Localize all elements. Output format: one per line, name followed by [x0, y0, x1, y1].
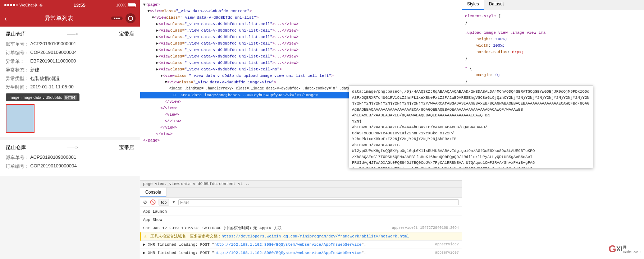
back-button[interactable]: ‹ [4, 14, 7, 23]
css-prop-height: height: 100%; [465, 36, 641, 42]
route-arrow-icon: ——> [67, 32, 78, 37]
filter-input[interactable] [178, 199, 459, 205]
field-exception-no: 异常单： EBP20190111000000 [6, 58, 134, 65]
msg-xhr-2: appservice? ▶ XHR finished loading: POST… [140, 249, 462, 257]
console-toolbar: ⊘ 🚫 top ▼ [140, 198, 462, 207]
wifi-icon: 令 [39, 3, 43, 8]
value-time: 2019-01-11 11:05:00 [30, 84, 74, 91]
image-size-badge: 64*64 [64, 95, 77, 100]
label-exception: 异常单： [6, 58, 30, 65]
level-dropdown[interactable]: top [159, 199, 169, 205]
status-left: WeChat令 令 [4, 3, 43, 8]
label-time: 发生时间： [6, 84, 30, 91]
order-card-2: 昆山仓库 ——> 宝带店 派车单号： ACP20190109000001 订单编… [0, 140, 140, 176]
image-tooltip: image. image.data-v-d9d8bfdc 64*64 [6, 93, 79, 101]
route-row-1: 昆山仓库 ——> 宝带店 [6, 31, 134, 37]
time-display: 13:55 [74, 3, 86, 8]
css-close-upload: } [465, 55, 641, 62]
field-dispatch-no: 派车单号： ACP20190109000001 [6, 41, 134, 47]
css-rule-upload: .upload-image-view .image-view ima heigh… [465, 29, 641, 62]
html-line-cell-6: ▶ <view class="_view data-v-d9d8bfdc uni… [140, 53, 462, 60]
label-order: 订单编号： [6, 50, 30, 56]
devtools-top: ▼ <page> ▼ <view class="_view data-v-d9d… [140, 0, 462, 187]
from-location-1: 昆山仓库 [6, 31, 26, 37]
nav-bar: ‹ 异常单列表 [0, 10, 140, 27]
more-button[interactable] [111, 17, 123, 20]
tab-console[interactable]: Console [140, 188, 166, 197]
status-right: 100% [116, 3, 136, 7]
console-clear-icon[interactable]: 🚫 [150, 199, 156, 205]
label-status: 异常状态： [6, 67, 30, 73]
value-dispatch-2: ACP20190109000001 [30, 154, 76, 161]
from-location-2: 昆山仓库 [6, 144, 26, 151]
styles-tabs: Styles Dataset [462, 0, 644, 10]
css-rule-star: * { margin: 0; } [465, 65, 641, 85]
record-button[interactable] [125, 13, 136, 23]
xhr-right-2: appservice? [435, 250, 459, 256]
css-selector-star: * { [465, 65, 641, 72]
warn-link[interactable]: https://developers.weixin.qq.com/minipro… [221, 234, 409, 239]
css-selector-upload: .upload-image-view .image-view ima [465, 29, 641, 36]
watermark-text: 网 system.com [623, 245, 640, 253]
html-line-uni-list: ▼ <view class="_view data-v-d9d8bfdc uni… [140, 14, 462, 21]
watermark-xi: XI [616, 245, 622, 253]
breadcrumb: page view._view.data-v-d9d8bfdc.content … [140, 180, 462, 187]
msg-warn: ⚠ 工具未检查合法域名，更多请参考文档：https://developers.w… [140, 232, 462, 241]
watermark-g: G [608, 243, 616, 255]
msg-app-show: App Show [140, 216, 462, 224]
record-icon [128, 16, 133, 21]
css-close-1: } [465, 19, 641, 26]
tooltip-text: image. image.data-v-d9d8bfdc [9, 95, 62, 100]
label-dispatch: 派车单号： [6, 41, 30, 47]
html-line-cell-7: ▶ <view class="_view data-v-d9d8bfdc uni… [140, 60, 462, 66]
image-section: image. image.data-v-d9d8bfdc 64*64 [6, 93, 134, 133]
value-order-2: COP20190109000004 [30, 163, 77, 170]
label-type: 异常类型： [6, 75, 30, 82]
css-prop-margin: margin: 0; [465, 72, 641, 78]
image-preview[interactable] [6, 104, 35, 133]
html-line-image-view: ▼ <view class="_view data-v-d9d8bfdc ima… [140, 79, 462, 85]
route-row-2: 昆山仓库 ——> 宝带店 [6, 144, 134, 151]
base64-content: data:image/png;base64,/9j/4AAQSkZJRgABAA… [352, 89, 462, 168]
html-line-cell-5: ▶ <view class="_view data-v-d9d8bfdc uni… [140, 47, 462, 53]
css-rule-element: element.style { } [465, 13, 641, 26]
phone-content: 昆山仓库 ——> 宝带店 派车单号： ACP20190109000001 订单编… [0, 27, 140, 259]
value-status: 新建 [30, 67, 40, 73]
html-line-page: ▼ <page> [140, 1, 462, 8]
css-close-star: } [465, 78, 641, 85]
indent-0: ▼ [143, 1, 146, 8]
console-messages: App Launch App Show appservice?t=1547272… [140, 207, 462, 259]
label-dispatch-2: 派车单号： [6, 154, 30, 161]
watermark: G XI 网 system.com [608, 243, 640, 255]
console-area: Console ⊘ 🚫 top ▼ App Launch App Show ap… [140, 187, 462, 259]
css-selector-element: element.style { [465, 13, 641, 19]
xhr-link-2[interactable]: http://192.168.1.102:8080/BQSystem/webse… [214, 251, 361, 255]
battery-percent: 100% [116, 3, 126, 7]
to-location-2: 宝带店 [119, 144, 134, 151]
css-prop-width: width: 100%; [465, 42, 641, 49]
phone-panel: WeChat令 令 13:55 100% ‹ 异常单列表 昆山仓库 [0, 0, 140, 259]
no-entry-icon: ⊘ [143, 199, 147, 205]
value-type: 包装破损/潮湿 [30, 75, 60, 82]
value-exception: EBP20190111000000 [30, 58, 76, 65]
css-prop-border-radius: border-radius: 8rpx; [465, 49, 641, 55]
tab-styles[interactable]: Styles [462, 0, 484, 10]
page-title: 异常单列表 [10, 15, 108, 22]
field-order-no-2: 订单编号： COP20190109000004 [6, 163, 134, 170]
html-line-cell-1: ▶ <view class="_view data-v-d9d8bfdc uni… [140, 21, 462, 27]
msg-timestamp: appservice?t=1547272040168:2094 Sat Jan … [140, 224, 462, 232]
html-line-cell-4: ▶ <view class="_view data-v-d9d8bfdc uni… [140, 40, 462, 47]
xhr-right-1: appservice? [435, 241, 459, 248]
chevron-down-icon[interactable]: ▼ [172, 200, 175, 204]
msg-xhr-1: appservice? ▶ XHR finished loading: POST… [140, 241, 462, 249]
status-bar: WeChat令 令 13:55 100% [0, 0, 140, 10]
value-order: COP20190109000004 [30, 50, 77, 56]
html-line-cell-3: ▶ <view class="_view data-v-d9d8bfdc uni… [140, 34, 462, 40]
timestamp-right: appservice?t=1547272040168:2094 [392, 225, 459, 231]
devtools-panel: ▼ <page> ▼ <view class="_view data-v-d9d… [140, 0, 462, 259]
html-line-cell-no: ▶ <view class="_view data-v-d9d8bfdc uni… [140, 66, 462, 73]
msg-app-launch: App Launch [140, 208, 462, 216]
xhr-link-1[interactable]: http://192.168.1.102:8080/BQSystem/webse… [214, 242, 361, 247]
carrier-label: WeChat令 [19, 3, 38, 8]
tab-dataset[interactable]: Dataset [484, 0, 509, 10]
